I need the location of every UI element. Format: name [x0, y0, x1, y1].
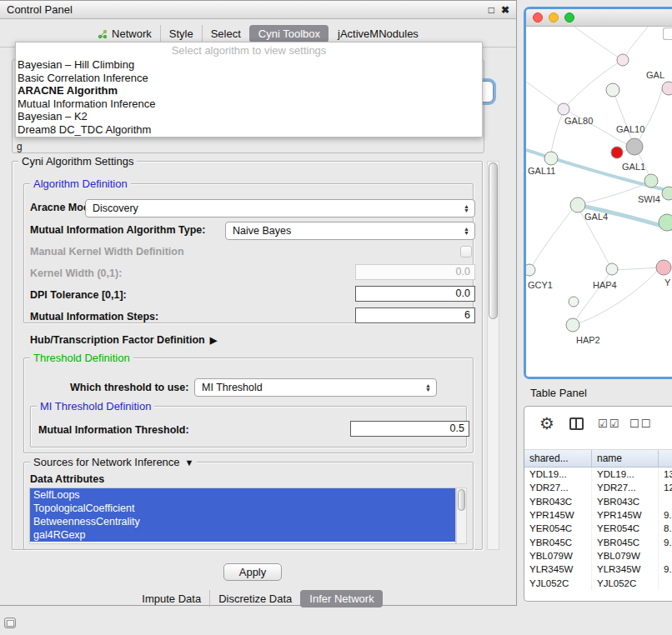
- minimize-traffic-light-icon[interactable]: [549, 12, 559, 22]
- dropdown-item[interactable]: Mutual Information Inference: [16, 98, 482, 111]
- control-panel-titlebar[interactable]: Control Panel □ ✖: [0, 1, 516, 19]
- network-node[interactable]: [611, 147, 623, 158]
- dropdown-item[interactable]: Basic Correlation Inference: [16, 72, 482, 85]
- close-icon[interactable]: ✖: [501, 4, 509, 16]
- attribute-list-scrollbar[interactable]: [456, 488, 467, 544]
- network-node-label: GCY1: [528, 280, 553, 290]
- table-cell: YDR27...: [592, 481, 659, 494]
- network-node-label: GAL1: [622, 162, 645, 172]
- table-row[interactable]: YER054CYER054C8.: [524, 522, 672, 535]
- network-node[interactable]: [662, 187, 672, 200]
- dropdown-item[interactable]: Dream8 DC_TDC Algorithm: [16, 123, 482, 137]
- network-edge: [551, 110, 564, 153]
- mi-threshold-field[interactable]: 0.5: [350, 421, 469, 437]
- tab-discretize-data[interactable]: Discretize Data: [209, 590, 300, 608]
- deselect-all-checkboxes-icon[interactable]: ☐☐: [629, 418, 652, 430]
- dpi-tolerance-label: DPI Tolerance [0,1]:: [30, 289, 127, 301]
- table-cell: [659, 549, 672, 562]
- network-edge: [526, 82, 560, 107]
- network-window-titlebar[interactable]: [526, 9, 672, 27]
- dropdown-item-selected[interactable]: ARACNE Algorithm: [16, 84, 482, 98]
- birdseye-toggle[interactable]: [663, 28, 672, 40]
- table-cell: YDR27...: [524, 481, 592, 494]
- table-row[interactable]: YLR345WYLR345W9.: [524, 562, 672, 576]
- attribute-item-selected[interactable]: gal4RGexp: [30, 528, 455, 542]
- group-title: Algorithm Definition: [30, 178, 131, 190]
- select-all-checkboxes-icon[interactable]: ☑☑: [598, 418, 620, 430]
- attribute-item-selected[interactable]: BetweennessCentrality: [30, 515, 455, 528]
- table-row[interactable]: YBR043CYBR043C: [524, 495, 672, 508]
- float-window-icon[interactable]: □: [489, 4, 494, 16]
- restore-panel-icon[interactable]: [4, 618, 16, 628]
- desktop: Control Panel □ ✖ Network Style Select C…: [0, 0, 672, 635]
- tab-style[interactable]: Style: [160, 25, 202, 42]
- apply-button[interactable]: Apply: [223, 563, 282, 581]
- network-node-label: HAP4: [593, 280, 617, 290]
- column-header-name[interactable]: name: [592, 450, 659, 467]
- dropdown-item[interactable]: Bayesian – K2: [16, 110, 482, 123]
- gear-icon[interactable]: ⚙: [539, 413, 554, 433]
- aracne-mode-combo[interactable]: Discovery ▲▼: [85, 199, 475, 218]
- network-node[interactable]: [617, 54, 629, 66]
- mi-steps-field[interactable]: 6: [355, 308, 475, 323]
- network-node[interactable]: [662, 82, 672, 95]
- table-cell: YPR145W: [524, 508, 592, 522]
- tab-cyni-toolbox[interactable]: Cyni Toolbox: [249, 25, 328, 42]
- network-node[interactable]: [570, 198, 585, 212]
- group-title: Cyni Algorithm Settings: [18, 155, 137, 168]
- network-node[interactable]: [544, 152, 558, 165]
- table-row[interactable]: YPR145WYPR145W9.: [524, 508, 672, 522]
- network-canvas[interactable]: GALGAL80GAL10GAL11GAL1SWI4GAL4GCY1HAP4YH…: [526, 27, 672, 377]
- kernel-width-field[interactable]: 0.0: [355, 264, 475, 280]
- network-node[interactable]: [644, 174, 658, 188]
- kernel-width-label: Kernel Width (0,1):: [30, 268, 122, 279]
- scrollbar-thumb[interactable]: [489, 162, 498, 319]
- tab-impute-data[interactable]: Impute Data: [133, 590, 209, 608]
- zoom-traffic-light-icon[interactable]: [564, 12, 574, 22]
- network-node[interactable]: [526, 264, 535, 276]
- settings-scrollbar[interactable]: [487, 161, 499, 550]
- table-row[interactable]: YJL052CYJL052C: [524, 576, 672, 589]
- table-row[interactable]: YDR27...YDR27...12: [524, 481, 672, 494]
- table-cell: YER054C: [592, 522, 659, 535]
- dropdown-item[interactable]: Bayesian – Hill Climbing: [16, 58, 482, 72]
- network-node[interactable]: [566, 318, 579, 332]
- table-cell: YDL19...: [524, 468, 592, 481]
- attribute-item-selected[interactable]: TopologicalCoefficient: [30, 502, 455, 515]
- network-node[interactable]: [626, 138, 643, 155]
- tab-infer-network[interactable]: Infer Network: [300, 590, 382, 608]
- network-node-label: GAL: [646, 70, 664, 80]
- which-threshold-combo[interactable]: MI Threshold ▲▼: [194, 378, 437, 397]
- table-row[interactable]: YBR045CYBR045C9.: [524, 535, 672, 548]
- hub-definition-toggle[interactable]: Hub/Transcription Factor Definition▶: [30, 334, 217, 346]
- mi-type-combo[interactable]: Naive Bayes ▲▼: [225, 222, 475, 240]
- network-node[interactable]: [558, 103, 569, 115]
- scrollbar-thumb[interactable]: [458, 489, 465, 511]
- table-header: shared... name: [524, 450, 672, 468]
- which-threshold-label: Which threshold to use:: [70, 382, 188, 393]
- table-cell: YDL19...: [592, 468, 659, 481]
- table-row[interactable]: YDL19...YDL19...13: [524, 468, 672, 481]
- tab-network[interactable]: Network: [89, 25, 160, 42]
- tab-jactivemnodules[interactable]: jActiveMNodules: [328, 25, 427, 42]
- column-header-clipped[interactable]: [659, 450, 672, 467]
- sources-toggle[interactable]: Sources for Network Inference▼: [30, 456, 197, 468]
- attribute-item-selected[interactable]: SelfLoops: [30, 488, 455, 502]
- column-header-shared-name[interactable]: shared...: [524, 450, 592, 467]
- tab-select[interactable]: Select: [202, 25, 249, 42]
- table-row[interactable]: YBL079WYBL079W: [524, 549, 672, 562]
- network-node[interactable]: [656, 260, 671, 275]
- dpi-tolerance-field[interactable]: 0.0: [355, 286, 475, 302]
- close-traffic-light-icon[interactable]: [533, 12, 543, 22]
- manual-kernel-checkbox[interactable]: [460, 246, 472, 258]
- table-body: YDL19...YDL19...13YDR27...YDR27...12YBR0…: [524, 468, 672, 590]
- tab-label: Network: [112, 28, 152, 40]
- network-node[interactable]: [606, 263, 618, 275]
- network-node[interactable]: [606, 83, 619, 97]
- network-node[interactable]: [659, 214, 672, 231]
- columns-icon[interactable]: [569, 418, 584, 430]
- mi-steps-label: Mutual Information Steps:: [30, 311, 158, 322]
- table-cell: YLR345W: [524, 562, 592, 576]
- network-node[interactable]: [569, 297, 579, 307]
- table-cell: 8.: [659, 522, 672, 535]
